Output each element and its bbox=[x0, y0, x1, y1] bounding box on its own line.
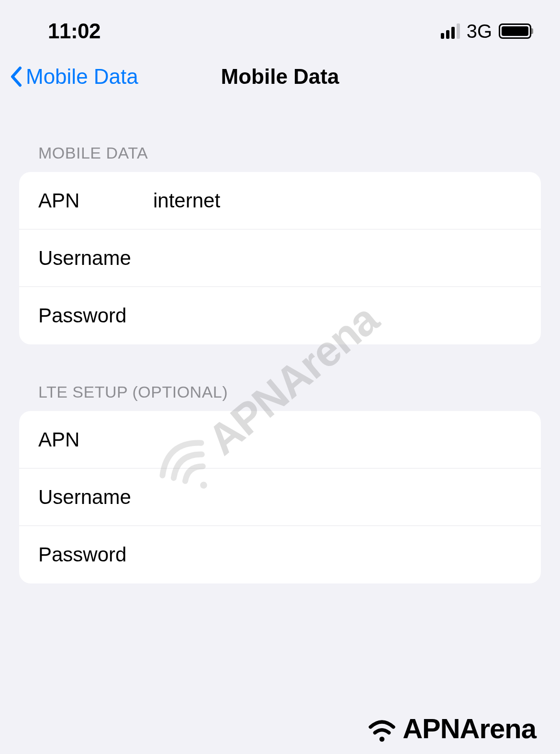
label-apn: APN bbox=[38, 189, 153, 212]
cell-username[interactable]: Username bbox=[19, 229, 541, 287]
back-button[interactable]: Mobile Data bbox=[10, 65, 138, 89]
cell-password[interactable]: Password bbox=[19, 287, 541, 344]
svg-point-0 bbox=[380, 736, 385, 742]
label-password: Password bbox=[38, 304, 153, 327]
battery-icon bbox=[499, 23, 531, 39]
cell-lte-username[interactable]: Username bbox=[19, 468, 541, 526]
input-lte-username[interactable] bbox=[153, 486, 522, 509]
cell-lte-password[interactable]: Password bbox=[19, 526, 541, 583]
status-indicators: 3G bbox=[441, 21, 531, 42]
watermark-bottom: APNArena bbox=[365, 712, 536, 744]
cell-group-mobile-data: APN Username Password bbox=[19, 172, 541, 344]
label-lte-password: Password bbox=[38, 543, 153, 566]
chevron-back-icon bbox=[10, 66, 22, 87]
label-lte-apn: APN bbox=[38, 428, 153, 451]
page-title: Mobile Data bbox=[221, 65, 339, 89]
label-username: Username bbox=[38, 247, 153, 270]
label-lte-username: Username bbox=[38, 486, 153, 509]
wifi-icon bbox=[365, 714, 399, 743]
cell-lte-apn[interactable]: APN bbox=[19, 411, 541, 468]
section-header-lte-setup: LTE SETUP (OPTIONAL) bbox=[19, 344, 541, 411]
signal-icon bbox=[441, 23, 460, 39]
input-username[interactable] bbox=[153, 247, 522, 270]
input-apn[interactable] bbox=[153, 189, 522, 212]
content-area: MOBILE DATA APN Username Password LTE SE… bbox=[0, 101, 560, 583]
section-header-mobile-data: MOBILE DATA bbox=[19, 101, 541, 172]
status-bar: 11:02 3G bbox=[0, 0, 560, 53]
navigation-bar: Mobile Data Mobile Data bbox=[0, 53, 560, 101]
status-time: 11:02 bbox=[48, 19, 101, 43]
input-lte-password[interactable] bbox=[153, 543, 522, 566]
input-password[interactable] bbox=[153, 304, 522, 327]
cell-group-lte-setup: APN Username Password bbox=[19, 411, 541, 583]
cell-apn[interactable]: APN bbox=[19, 172, 541, 229]
watermark-bottom-text: APNArena bbox=[403, 712, 536, 744]
network-type-label: 3G bbox=[467, 21, 492, 42]
back-label: Mobile Data bbox=[26, 65, 138, 89]
input-lte-apn[interactable] bbox=[153, 428, 522, 451]
